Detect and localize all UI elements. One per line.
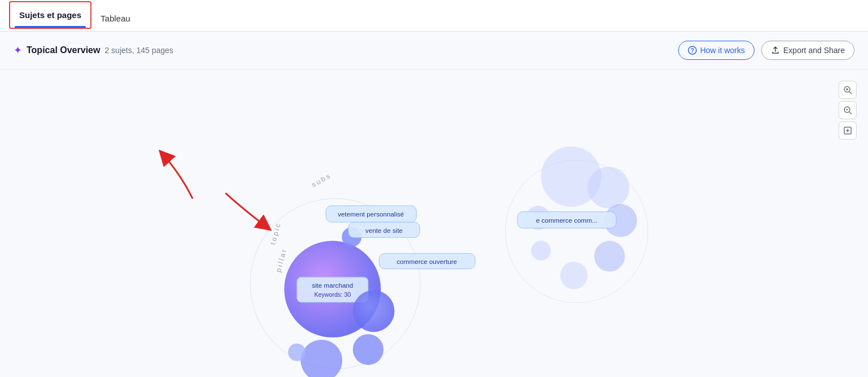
zoom-in-button[interactable] — [839, 81, 857, 99]
how-it-works-button[interactable]: ? How it works — [678, 41, 754, 60]
sparkle-icon: ✦ — [14, 44, 22, 57]
svg-text:pillar: pillar — [274, 247, 289, 273]
svg-point-38 — [560, 262, 588, 289]
toolbar: ✦ Topical Overview 2 sujets, 145 pages ?… — [0, 32, 868, 70]
zoom-in-icon — [843, 85, 852, 94]
svg-text:topic: topic — [269, 221, 282, 245]
app-container: Sujets et pages Tableau ✦ Topical Overvi… — [0, 0, 868, 377]
svg-text:site marchand: site marchand — [312, 281, 353, 289]
svg-point-21 — [353, 334, 383, 365]
toolbar-left: ✦ Topical Overview 2 sujets, 145 pages — [14, 44, 678, 57]
svg-point-35 — [594, 241, 625, 271]
fit-view-button[interactable] — [839, 122, 857, 140]
fit-view-icon — [843, 126, 852, 135]
svg-point-37 — [531, 241, 551, 261]
toolbar-subtitle: 2 sujets, 145 pages — [104, 46, 173, 55]
svg-text:Keywords: 30: Keywords: 30 — [314, 291, 351, 298]
svg-point-20 — [353, 291, 395, 332]
svg-text:commerce ouverture: commerce ouverture — [396, 258, 457, 265]
tab-sujets[interactable]: Sujets et pages — [9, 1, 91, 29]
toolbar-right: ? How it works Export and Share — [678, 41, 854, 60]
help-icon: ? — [688, 46, 697, 55]
zoom-controls — [839, 81, 857, 140]
svg-point-23 — [288, 344, 306, 361]
visualization-svg: topic subs pillar site marchand Keywords… — [0, 70, 868, 377]
svg-text:?: ? — [691, 47, 694, 54]
svg-text:e commerce comm...: e commerce comm... — [536, 216, 597, 224]
main-content: ✦ Topical Overview 2 sujets, 145 pages ?… — [0, 32, 868, 377]
toolbar-title: Topical Overview — [27, 45, 100, 55]
svg-line-7 — [849, 112, 852, 114]
export-share-button[interactable]: Export and Share — [761, 41, 854, 60]
svg-point-33 — [588, 167, 630, 209]
svg-line-3 — [849, 92, 852, 94]
zoom-out-icon — [843, 106, 852, 115]
svg-text:vetement personnalisé: vetement personnalisé — [338, 210, 404, 218]
zoom-out-button[interactable] — [839, 101, 857, 119]
svg-point-22 — [300, 340, 342, 377]
export-icon — [771, 46, 780, 55]
tab-bar: Sujets et pages Tableau — [0, 0, 868, 32]
svg-text:subs: subs — [310, 171, 333, 189]
viz-area: topic subs pillar site marchand Keywords… — [0, 70, 868, 377]
tab-tableau[interactable]: Tableau — [91, 6, 139, 31]
svg-text:vente de site: vente de site — [365, 227, 403, 234]
